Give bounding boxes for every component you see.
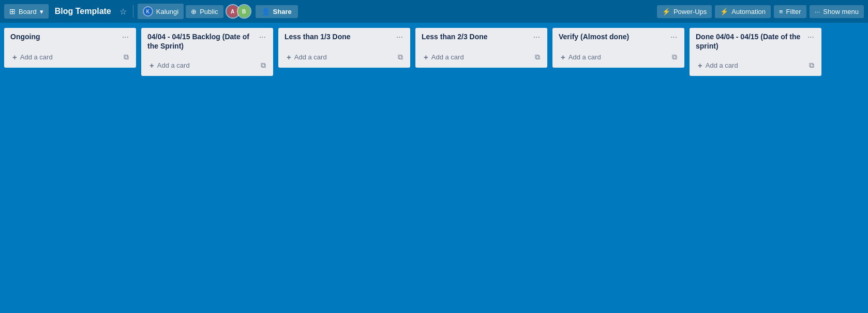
automation-button[interactable]: ⚡ Automation bbox=[715, 5, 771, 18]
plus-icon-done: + bbox=[698, 61, 702, 70]
workspace-button[interactable]: K Kalungi bbox=[138, 4, 184, 19]
copy-button-less-2-3[interactable]: ⧉ bbox=[532, 51, 543, 64]
add-card-label-less-1-3: Add a card bbox=[294, 53, 327, 61]
automation-icon: ⚡ bbox=[720, 8, 728, 15]
add-card-label-less-2-3: Add a card bbox=[431, 53, 464, 61]
share-person-icon: 👤 bbox=[262, 8, 270, 15]
copy-icon-ongoing: ⧉ bbox=[124, 53, 129, 61]
list-footer-backlog: + Add a card ⧉ bbox=[141, 57, 273, 76]
list-body-less-2-3 bbox=[415, 44, 547, 49]
list-body-backlog bbox=[141, 53, 273, 57]
power-ups-icon: ⚡ bbox=[662, 8, 670, 15]
avatar-image-2: B bbox=[238, 5, 250, 18]
grid-icon: ⊞ bbox=[9, 7, 16, 15]
list-menu-button-ongoing[interactable]: ··· bbox=[119, 32, 132, 42]
dots-icon: ··· bbox=[815, 8, 820, 15]
add-card-button-verify[interactable]: + Add a card bbox=[557, 50, 669, 65]
list-footer-ongoing: + Add a card ⧉ bbox=[4, 49, 136, 68]
power-ups-button[interactable]: ⚡ Power-Ups bbox=[657, 5, 712, 18]
list-less-2-3: Less than 2/3 Done ··· + Add a card ⧉ bbox=[415, 28, 547, 68]
filter-label: Filter bbox=[786, 8, 801, 15]
list-title-done: Done 04/04 - 04/15 (Date of the sprint) bbox=[696, 32, 804, 51]
share-button[interactable]: 👤 Share bbox=[256, 5, 298, 18]
filter-icon: ≡ bbox=[779, 8, 783, 15]
list-title-verify: Verify (Almost done) bbox=[559, 32, 667, 41]
list-menu-icon-less-1-3: ··· bbox=[396, 33, 403, 41]
show-menu-button[interactable]: ··· Show menu bbox=[810, 5, 864, 18]
list-menu-icon-backlog: ··· bbox=[259, 33, 266, 41]
visibility-label: Public bbox=[200, 8, 218, 15]
chevron-down-icon: ▾ bbox=[40, 8, 43, 15]
list-backlog: 04/04 - 04/15 Backlog (Date of the Sprin… bbox=[141, 28, 273, 76]
add-card-label-ongoing: Add a card bbox=[20, 53, 53, 61]
add-card-label-backlog: Add a card bbox=[157, 61, 190, 69]
list-menu-button-less-1-3[interactable]: ··· bbox=[393, 32, 406, 42]
board-title: Blog Template bbox=[51, 4, 115, 19]
add-card-button-done[interactable]: + Add a card bbox=[694, 58, 806, 73]
list-menu-icon-verify: ··· bbox=[670, 33, 677, 41]
list-footer-done: + Add a card ⧉ bbox=[690, 57, 821, 76]
list-menu-icon-ongoing: ··· bbox=[122, 33, 129, 41]
list-footer-verify: + Add a card ⧉ bbox=[552, 49, 684, 68]
list-menu-button-verify[interactable]: ··· bbox=[667, 32, 680, 42]
board-label: Board bbox=[19, 8, 37, 15]
add-card-label-verify: Add a card bbox=[568, 53, 601, 61]
avatar-group: A B bbox=[226, 4, 251, 19]
show-menu-label: Show menu bbox=[823, 8, 859, 15]
copy-button-less-1-3[interactable]: ⧉ bbox=[395, 51, 406, 64]
copy-button-backlog[interactable]: ⧉ bbox=[258, 59, 269, 72]
star-button[interactable]: ☆ bbox=[117, 5, 129, 19]
list-body-verify bbox=[552, 44, 684, 49]
list-title-ongoing: Ongoing bbox=[10, 32, 119, 41]
list-title-less-1-3: Less than 1/3 Done bbox=[285, 32, 393, 41]
star-icon: ☆ bbox=[119, 7, 127, 16]
plus-icon-verify: + bbox=[561, 53, 565, 61]
list-menu-button-done[interactable]: ··· bbox=[804, 32, 817, 42]
header-separator bbox=[133, 5, 133, 18]
automation-label: Automation bbox=[731, 8, 766, 15]
share-label: Share bbox=[273, 8, 292, 15]
list-body-done bbox=[690, 53, 821, 57]
header-left: ⊞ Board ▾ Blog Template ☆ K Kalungi ⊕ Pu… bbox=[4, 4, 655, 19]
list-footer-less-2-3: + Add a card ⧉ bbox=[415, 49, 547, 68]
add-card-button-ongoing[interactable]: + Add a card bbox=[8, 50, 121, 65]
copy-button-ongoing[interactable]: ⧉ bbox=[121, 51, 132, 64]
avatar-2[interactable]: B bbox=[237, 4, 251, 19]
list-menu-icon-done: ··· bbox=[807, 33, 814, 41]
list-ongoing: Ongoing ··· + Add a card ⧉ bbox=[4, 28, 136, 68]
copy-icon-less-2-3: ⧉ bbox=[535, 53, 540, 61]
workspace-icon: K bbox=[143, 6, 153, 17]
globe-icon: ⊕ bbox=[191, 8, 197, 15]
visibility-button[interactable]: ⊕ Public bbox=[186, 5, 223, 18]
plus-icon-less-1-3: + bbox=[287, 53, 291, 61]
filter-button[interactable]: ≡ Filter bbox=[774, 5, 806, 18]
list-footer-less-1-3: + Add a card ⧉ bbox=[278, 49, 410, 68]
add-card-button-less-1-3[interactable]: + Add a card bbox=[282, 50, 395, 65]
list-header-less-2-3: Less than 2/3 Done ··· bbox=[415, 28, 547, 44]
add-card-button-backlog[interactable]: + Add a card bbox=[145, 58, 258, 73]
list-header-done: Done 04/04 - 04/15 (Date of the sprint) … bbox=[690, 28, 821, 53]
list-title-less-2-3: Less than 2/3 Done bbox=[422, 32, 530, 41]
board-button[interactable]: ⊞ Board ▾ bbox=[4, 4, 49, 19]
list-header-backlog: 04/04 - 04/15 Backlog (Date of the Sprin… bbox=[141, 28, 273, 53]
add-card-button-less-2-3[interactable]: + Add a card bbox=[420, 50, 532, 65]
list-menu-button-backlog[interactable]: ··· bbox=[256, 32, 269, 42]
board-area: Ongoing ··· + Add a card ⧉ 04/04 - 04/15… bbox=[0, 23, 868, 313]
copy-icon-verify: ⧉ bbox=[672, 53, 677, 61]
add-card-label-done: Add a card bbox=[706, 61, 738, 69]
list-header-less-1-3: Less than 1/3 Done ··· bbox=[278, 28, 410, 44]
plus-icon-ongoing: + bbox=[12, 53, 17, 61]
list-title-backlog: 04/04 - 04/15 Backlog (Date of the Sprin… bbox=[147, 32, 256, 51]
plus-icon-less-2-3: + bbox=[424, 53, 428, 61]
list-menu-button-less-2-3[interactable]: ··· bbox=[530, 32, 543, 42]
plus-icon-backlog: + bbox=[149, 61, 154, 70]
copy-icon-done: ⧉ bbox=[809, 61, 814, 69]
copy-button-done[interactable]: ⧉ bbox=[806, 59, 817, 72]
header-right: ⚡ Power-Ups ⚡ Automation ≡ Filter ··· Sh… bbox=[657, 5, 864, 18]
list-body-ongoing bbox=[4, 44, 136, 49]
copy-button-verify[interactable]: ⧉ bbox=[669, 51, 680, 64]
list-menu-icon-less-2-3: ··· bbox=[533, 33, 540, 41]
list-done: Done 04/04 - 04/15 (Date of the sprint) … bbox=[690, 28, 821, 76]
list-less-1-3: Less than 1/3 Done ··· + Add a card ⧉ bbox=[278, 28, 410, 68]
list-verify: Verify (Almost done) ··· + Add a card ⧉ bbox=[552, 28, 684, 68]
